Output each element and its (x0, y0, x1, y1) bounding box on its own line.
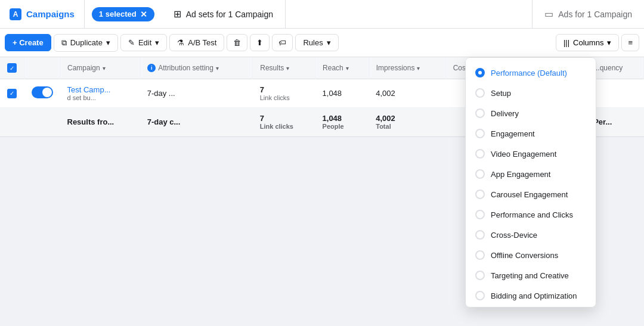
edit-button[interactable]: ✎ Edit ▾ (120, 34, 167, 51)
breakdown-icon: ≡ (628, 38, 633, 47)
duplicate-arrow: ▾ (106, 38, 110, 47)
columns-label: Columns (573, 38, 603, 47)
results-value: 7 (260, 85, 308, 94)
campaigns-label: Campaigns (26, 9, 75, 19)
columns-dropdown: Performance (Default)SetupDeliveryEngage… (465, 57, 596, 141)
impressions-value: 4,002 (376, 89, 395, 98)
campaign-sort-icon: ▾ (103, 65, 106, 72)
breakdown-button[interactable]: ≡ (621, 34, 639, 51)
top-nav: A Campaigns 1 selected ✕ ⊞ Ad sets for 1… (0, 0, 644, 29)
adsets-tab[interactable]: ⊞ Ad sets for 1 Campaign (162, 0, 286, 28)
ads-icon: ▭ (544, 8, 553, 20)
dropdown-label-performance-default: Performance (Default) (491, 69, 567, 77)
results-header[interactable]: Results ▾ (253, 57, 315, 79)
reach-header-label: Reach (323, 64, 343, 72)
edit-icon: ✎ (128, 38, 135, 47)
campaign-header-label: Campaign (67, 64, 100, 72)
summary-campaign-cell: Results fro... (60, 108, 140, 136)
dropdown-label-setup: Setup (491, 89, 511, 98)
ads-tab[interactable]: ▭ Ads for 1 Campaign (532, 0, 644, 28)
campaign-name[interactable]: Test Camp... (67, 85, 133, 94)
results-header-label: Results (260, 64, 284, 72)
select-all-header[interactable]: ✓ (0, 57, 24, 79)
adset-name: d set bu... (67, 94, 133, 101)
reach-sort-icon: ▾ (346, 65, 349, 72)
summary-results-type: Link clicks (260, 123, 308, 130)
tag-icon: 🏷 (278, 38, 286, 47)
selected-badge: 1 selected ✕ (92, 7, 154, 21)
columns-icon: ||| (564, 38, 569, 47)
summary-campaign-label: Results fro... (67, 117, 114, 126)
clear-selection-button[interactable]: ✕ (140, 10, 147, 19)
dropdown-item-engagement[interactable]: Engagement (466, 123, 596, 141)
ab-test-button[interactable]: ⚗ A/B Test (169, 34, 224, 51)
summary-impressions-type: Total (376, 123, 438, 130)
tag-button[interactable]: 🏷 (272, 34, 293, 51)
impressions-header-label: Impressions (376, 64, 415, 72)
attribution-header[interactable]: i Attribution setting ▾ (140, 57, 253, 79)
summary-reach-type: People (323, 123, 362, 130)
edit-label: Edit (138, 38, 151, 47)
results-type: Link clicks (260, 94, 308, 101)
select-all-checkbox[interactable]: ✓ (7, 63, 17, 73)
export-button[interactable]: ⬆ (250, 34, 270, 51)
dropdown-item-performance-default[interactable]: Performance (Default) (466, 63, 596, 83)
results-sort-icon: ▾ (286, 65, 289, 72)
duplicate-label: Duplicate (70, 38, 103, 47)
summary-impressions-cell: 4,002 Total (369, 108, 445, 136)
attribution-value: 7-day ... (147, 89, 175, 98)
reach-header[interactable]: Reach ▾ (315, 57, 369, 79)
summary-reach-cell: 1,048 People (315, 108, 369, 136)
campaigns-nav[interactable]: A Campaigns (0, 0, 85, 28)
adsets-icon: ⊞ (174, 8, 181, 20)
summary-attribution: 7-day c... (147, 117, 181, 126)
reach-cell: 1,048 (315, 79, 369, 108)
reach-value: 1,048 (323, 89, 342, 98)
summary-status-cell (24, 108, 60, 136)
radio-engagement (475, 129, 485, 138)
campaign-header[interactable]: Campaign ▾ (60, 57, 140, 79)
ab-test-label: A/B Test (188, 38, 216, 47)
row-checkbox-cell[interactable]: ✓ (0, 79, 24, 108)
export-icon: ⬆ (256, 38, 263, 47)
summary-checkbox-cell (0, 108, 24, 136)
dropdown-label-delivery: Delivery (491, 109, 519, 118)
attribution-cell: 7-day ... (140, 79, 253, 108)
dropdown-item-delivery[interactable]: Delivery (466, 103, 596, 123)
results-cell: 7 Link clicks (253, 79, 315, 108)
create-button[interactable]: + Create (5, 34, 51, 51)
columns-arrow: ▾ (607, 38, 611, 47)
app-logo: A (10, 8, 21, 20)
impressions-sort-icon: ▾ (417, 65, 420, 72)
delete-button[interactable]: 🗑 (227, 34, 247, 51)
radio-setup (475, 88, 485, 98)
summary-impressions-value: 4,002 (376, 114, 438, 123)
row-checkbox[interactable]: ✓ (7, 89, 17, 98)
rules-arrow: ▾ (327, 38, 331, 47)
campaign-toggle[interactable] (32, 86, 53, 98)
impressions-cell: 4,002 (369, 79, 445, 108)
rules-button[interactable]: Rules ▾ (295, 34, 338, 51)
duplicate-button[interactable]: ⧉ Duplicate ▾ (54, 34, 118, 52)
rules-label: Rules (303, 38, 323, 47)
create-label: + Create (13, 38, 44, 47)
trash-icon: 🗑 (233, 38, 241, 47)
summary-attribution-cell: 7-day c... (140, 108, 253, 136)
frequency-header-label: ...quency (594, 64, 623, 72)
duplicate-icon: ⧉ (61, 38, 67, 48)
row-toggle-cell[interactable] (24, 79, 60, 108)
toolbar: + Create ⧉ Duplicate ▾ ✎ Edit ▾ ⚗ A/B Te… (0, 29, 644, 57)
selected-count: 1 selected (99, 10, 137, 18)
columns-button[interactable]: ||| Columns ▾ (556, 34, 619, 51)
attribution-info-icon: i (147, 64, 156, 72)
impressions-header[interactable]: Impressions ▾ (369, 57, 445, 79)
radio-performance-default (475, 68, 485, 77)
ab-test-icon: ⚗ (177, 38, 184, 47)
adsets-label: Ad sets for 1 Campaign (186, 10, 273, 19)
attribution-sort-icon: ▾ (216, 65, 219, 72)
edit-arrow: ▾ (155, 38, 159, 47)
status-header (24, 57, 60, 79)
dropdown-item-setup[interactable]: Setup (466, 83, 596, 103)
campaign-cell: Test Camp... d set bu... (60, 79, 140, 108)
attribution-header-label: Attribution setting (158, 64, 213, 72)
